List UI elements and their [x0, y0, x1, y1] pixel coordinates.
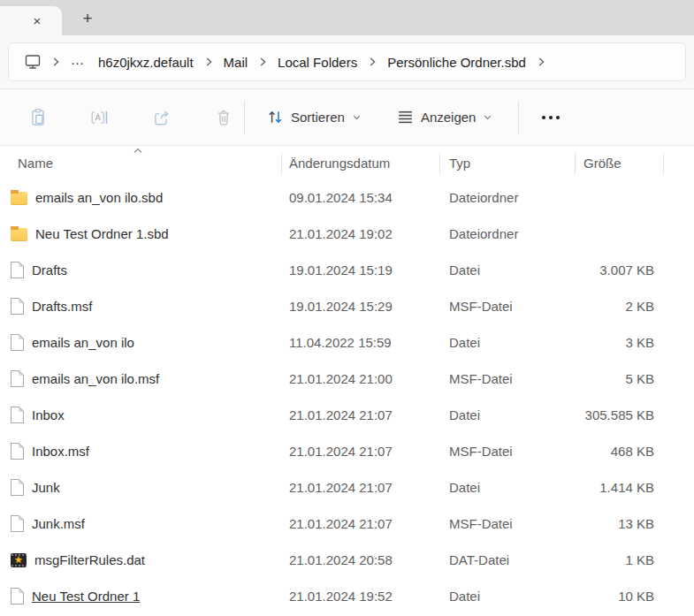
command-bar: Sortieren Anzeigen — [0, 89, 694, 146]
address-box[interactable]: ··· h6z0jkxz.default Mail Local Folders … — [8, 42, 686, 81]
column-header-size[interactable]: Größe — [575, 156, 663, 171]
file-size: 10 KB — [575, 589, 663, 604]
file-name: Drafts — [32, 262, 67, 278]
table-row[interactable]: Drafts 19.01.2024 15:19 Datei 3.007 KB — [0, 252, 694, 288]
table-row[interactable]: Inbox 21.01.2024 21:07 Datei 305.585 KB — [0, 397, 694, 433]
file-size: 1 KB — [575, 552, 663, 567]
rename-icon — [90, 108, 110, 127]
breadcrumb-item[interactable]: h6z0jkxz.default — [91, 50, 201, 74]
share-button[interactable] — [147, 103, 177, 133]
view-button[interactable]: Anzeigen — [391, 103, 500, 132]
file-icon — [11, 262, 24, 278]
file-type: Datei — [439, 262, 575, 278]
file-name: Inbox.msf — [32, 444, 89, 459]
folder-icon — [11, 192, 27, 205]
table-row[interactable]: Junk 21.01.2024 21:07 Datei 1.414 KB — [0, 469, 694, 506]
file-type: MSF-Datei — [439, 516, 575, 531]
file-list: emails an_von ilo.sbd 09.01.2024 15:34 D… — [0, 179, 694, 614]
chevron-down-icon — [351, 111, 362, 123]
address-bar-row: ··· h6z0jkxz.default Mail Local Folders … — [0, 35, 694, 89]
file-name: msgFilterRules.dat — [34, 552, 145, 567]
file-date: 19.01.2024 15:19 — [281, 262, 439, 278]
table-row[interactable]: emails an_von ilo 11.04.2022 15:59 Datei… — [0, 324, 694, 361]
table-row[interactable]: emails an_von ilo.sbd 09.01.2024 15:34 D… — [0, 179, 694, 216]
sort-ascending-icon — [133, 147, 143, 155]
file-type: Datei — [439, 589, 575, 604]
file-type: MSF-Datei — [439, 371, 575, 386]
file-date: 21.01.2024 19:52 — [281, 589, 439, 604]
column-header-date[interactable]: Änderungsdatum — [281, 156, 439, 171]
file-date: 21.01.2024 19:02 — [281, 226, 439, 241]
breadcrumb-item[interactable]: Local Folders — [271, 50, 364, 74]
table-row[interactable]: Drafts.msf 19.01.2024 15:29 MSF-Datei 2 … — [0, 288, 694, 324]
file-type: DAT-Datei — [439, 552, 575, 567]
file-name: emails an_von ilo.sbd — [35, 190, 163, 205]
explorer-tab[interactable]: × — [0, 6, 62, 35]
chevron-right-icon — [365, 55, 379, 69]
file-type: MSF-Datei — [439, 444, 575, 459]
column-header-type[interactable]: Typ — [439, 156, 575, 171]
file-date: 21.01.2024 21:00 — [281, 371, 439, 386]
file-date: 11.04.2022 15:59 — [281, 335, 439, 350]
file-date: 21.01.2024 21:07 — [281, 444, 439, 459]
file-size: 2 KB — [575, 299, 663, 314]
tab-bar: × + — [0, 0, 694, 35]
chevron-right-icon — [202, 55, 216, 69]
file-type: MSF-Datei — [439, 299, 575, 314]
file-date: 19.01.2024 15:29 — [281, 299, 439, 314]
file-type: Datei — [439, 407, 575, 422]
breadcrumb-item[interactable]: Mail — [217, 50, 255, 74]
file-size: 5 KB — [575, 371, 663, 386]
sort-label: Sortieren — [291, 110, 345, 125]
delete-button[interactable] — [209, 103, 239, 133]
paste-button[interactable] — [23, 103, 53, 133]
new-tab-button[interactable]: + — [76, 7, 99, 30]
breadcrumb-overflow-button[interactable]: ··· — [64, 50, 91, 74]
paste-icon — [28, 108, 48, 127]
table-row[interactable]: Inbox.msf 21.01.2024 21:07 MSF-Datei 468… — [0, 433, 694, 469]
file-name: Inbox — [32, 407, 65, 422]
file-icon — [11, 588, 24, 605]
view-label: Anzeigen — [421, 110, 477, 125]
file-date: 21.01.2024 20:58 — [281, 552, 439, 567]
share-icon — [152, 108, 172, 127]
file-type: Dateiordner — [439, 190, 575, 205]
file-name: Neu Test Ordner 1.sbd — [35, 226, 169, 241]
rename-button[interactable] — [85, 103, 115, 133]
file-icon — [11, 515, 24, 532]
more-ellipsis-icon[interactable] — [535, 107, 567, 128]
toolbar-divider — [244, 101, 245, 134]
table-row[interactable]: Neu Test Ordner 1 21.01.2024 19:52 Datei… — [0, 578, 694, 614]
toolbar-divider — [518, 101, 519, 134]
file-icon — [11, 334, 24, 351]
column-header-name[interactable]: Name — [0, 156, 281, 171]
file-icon — [11, 298, 24, 315]
sort-button[interactable]: Sortieren — [261, 103, 368, 132]
tab-close-button[interactable]: × — [27, 11, 48, 32]
file-icon — [11, 370, 24, 387]
table-row[interactable]: Junk.msf 21.01.2024 21:07 MSF-Datei 13 K… — [0, 506, 694, 542]
file-name: emails an_von ilo.msf — [32, 371, 159, 386]
file-date: 21.01.2024 21:07 — [281, 407, 439, 422]
chevron-right-icon — [49, 55, 63, 69]
sort-icon — [266, 108, 285, 126]
file-date: 09.01.2024 15:34 — [281, 190, 439, 205]
breadcrumb: h6z0jkxz.default Mail Local Folders Pers… — [91, 50, 549, 74]
table-row[interactable]: msgFilterRules.dat 21.01.2024 20:58 DAT-… — [0, 542, 694, 578]
file-size: 13 KB — [575, 516, 663, 531]
table-row[interactable]: Neu Test Ordner 1.sbd 21.01.2024 19:02 D… — [0, 216, 694, 252]
table-row[interactable]: emails an_von ilo.msf 21.01.2024 21:00 M… — [0, 361, 694, 397]
folder-icon — [11, 228, 27, 241]
media-file-icon — [11, 553, 27, 567]
breadcrumb-item[interactable]: Persönliche Ordner.sbd — [380, 50, 533, 74]
file-icon — [11, 479, 24, 496]
file-size: 1.414 KB — [575, 480, 663, 495]
chevron-down-icon — [482, 111, 493, 123]
chevron-right-icon — [255, 55, 270, 69]
file-date: 21.01.2024 21:07 — [281, 480, 439, 495]
file-size: 3.007 KB — [575, 262, 663, 278]
file-type: Dateiordner — [439, 226, 575, 241]
file-name: Junk — [32, 480, 60, 495]
file-type: Datei — [439, 335, 575, 350]
this-pc-monitor-icon[interactable] — [18, 49, 48, 75]
